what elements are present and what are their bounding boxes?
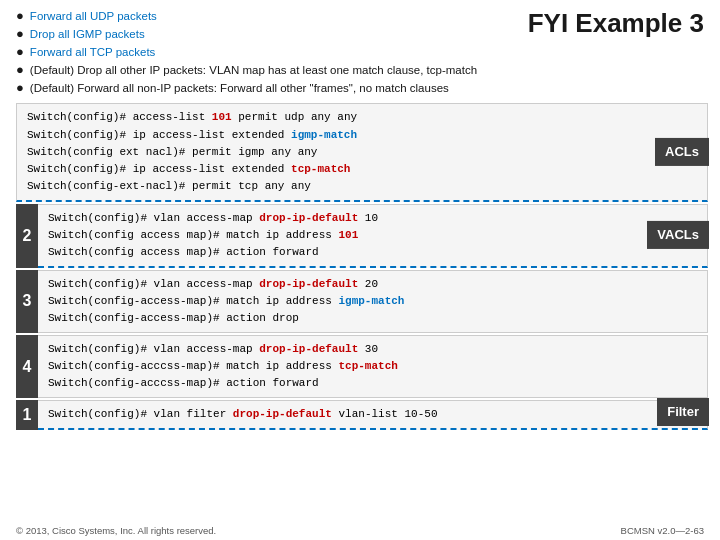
- bullet-dot-2: ●: [16, 26, 24, 43]
- section-4-row: 4 Switch(config)# vlan access-map drop-i…: [16, 335, 708, 398]
- acl-line-1: Switch(config)# access-list 101 permit u…: [27, 109, 697, 126]
- filter-badge: Filter: [657, 398, 709, 426]
- bullet-item-1: ● Forward all UDP packets: [16, 8, 477, 25]
- footer-right: BCMSN v2.0—2-63: [621, 525, 704, 536]
- acl-line-5: Switch(config-ext-nacl)# permit tcp any …: [27, 178, 697, 195]
- s2-line-2: Switch(config access map)# match ip addr…: [48, 227, 697, 244]
- footer-left: © 2013, Cisco Systems, Inc. All rights r…: [16, 525, 216, 536]
- s2-line-3: Switch(config access map)# action forwar…: [48, 244, 697, 261]
- section-2-num: 2: [16, 204, 38, 268]
- bullet-dot-5: ●: [16, 80, 24, 97]
- bullet-text-3: Forward all TCP packets: [30, 44, 155, 60]
- bullet-text-2: Drop all IGMP packets: [30, 26, 145, 42]
- bullet-item-5: ● (Default) Forward all non-IP packets: …: [16, 80, 477, 97]
- acl-badge: ACLs: [655, 138, 709, 166]
- page-title: FYI Example 3: [528, 8, 704, 39]
- header: ● Forward all UDP packets ● Drop all IGM…: [0, 0, 720, 103]
- section-1-num: 1: [16, 400, 38, 430]
- bullet-text-4: (Default) Drop all other IP packets: VLA…: [30, 62, 477, 78]
- s2-line-1: Switch(config)# vlan access-map drop-ip-…: [48, 210, 697, 227]
- bullet-dot-3: ●: [16, 44, 24, 61]
- bullet-dot-4: ●: [16, 62, 24, 79]
- acl-code-block: Switch(config)# access-list 101 permit u…: [16, 103, 708, 201]
- section-1-code: Switch(config)# vlan filter drop-ip-defa…: [38, 400, 708, 430]
- s3-line-1: Switch(config)# vlan access-map drop-ip-…: [48, 276, 697, 293]
- section-4-num: 4: [16, 335, 38, 398]
- section-4-code: Switch(config)# vlan access-map drop-ip-…: [38, 335, 708, 398]
- vacl-badge: VACLs: [647, 221, 709, 249]
- main-content: Switch(config)# access-list 101 permit u…: [0, 103, 720, 430]
- section-3-code: Switch(config)# vlan access-map drop-ip-…: [38, 270, 708, 333]
- acl-line-4: Switch(config)# ip access-list extended …: [27, 161, 697, 178]
- bullet-item-3: ● Forward all TCP packets: [16, 44, 477, 61]
- bullet-text-5: (Default) Forward all non-IP packets: Fo…: [30, 80, 449, 96]
- acl-line-3: Switch(config ext nacl)# permit igmp any…: [27, 144, 697, 161]
- s4-line-1: Switch(config)# vlan access-map drop-ip-…: [48, 341, 697, 358]
- footer: © 2013, Cisco Systems, Inc. All rights r…: [0, 525, 720, 536]
- bullet-text-1: Forward all UDP packets: [30, 8, 157, 24]
- acl-line-2: Switch(config)# ip access-list extended …: [27, 127, 697, 144]
- section-1-row: 1 Switch(config)# vlan filter drop-ip-de…: [16, 400, 708, 430]
- section-2-row: 2 Switch(config)# vlan access-map drop-i…: [16, 204, 708, 268]
- s4-line-2: Switch(config-acccss-map)# match ip addr…: [48, 358, 697, 375]
- bullet-item-2: ● Drop all IGMP packets: [16, 26, 477, 43]
- s1-line-1: Switch(config)# vlan filter drop-ip-defa…: [48, 406, 697, 423]
- section-2-code: Switch(config)# vlan access-map drop-ip-…: [38, 204, 708, 268]
- bullet-list: ● Forward all UDP packets ● Drop all IGM…: [16, 8, 477, 97]
- s3-line-3: Switch(config-access-map)# action drop: [48, 310, 697, 327]
- s4-line-3: Switch(config-acccss-map)# action forwar…: [48, 375, 697, 392]
- section-3-row: 3 Switch(config)# vlan access-map drop-i…: [16, 270, 708, 333]
- bullet-item-4: ● (Default) Drop all other IP packets: V…: [16, 62, 477, 79]
- s3-line-2: Switch(config-access-map)# match ip addr…: [48, 293, 697, 310]
- section-3-num: 3: [16, 270, 38, 333]
- bullet-dot: ●: [16, 8, 24, 25]
